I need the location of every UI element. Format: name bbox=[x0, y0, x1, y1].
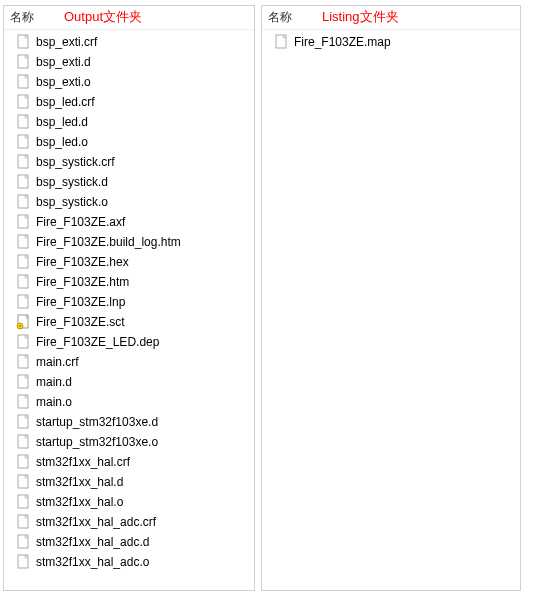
file-item[interactable]: startup_stm32f103xe.o bbox=[4, 432, 254, 452]
listing-file-list[interactable]: Fire_F103ZE.map bbox=[262, 30, 520, 590]
output-panel: 名称 Output文件夹 bsp_exti.crfbsp_exti.dbsp_e… bbox=[3, 5, 255, 591]
file-item[interactable]: bsp_exti.o bbox=[4, 72, 254, 92]
output-folder-title: Output文件夹 bbox=[64, 8, 142, 26]
file-name: bsp_exti.d bbox=[36, 55, 91, 69]
file-name: bsp_systick.o bbox=[36, 195, 108, 209]
file-item[interactable]: bsp_led.d bbox=[4, 112, 254, 132]
file-icon bbox=[16, 194, 30, 210]
file-icon bbox=[16, 134, 30, 150]
file-name: bsp_led.crf bbox=[36, 95, 95, 109]
file-name: stm32f1xx_hal.o bbox=[36, 495, 123, 509]
file-item[interactable]: Fire_F103ZE.sct bbox=[4, 312, 254, 332]
file-icon bbox=[16, 374, 30, 390]
file-name: stm32f1xx_hal.d bbox=[36, 475, 123, 489]
file-name: Fire_F103ZE_LED.dep bbox=[36, 335, 159, 349]
file-icon bbox=[16, 114, 30, 130]
file-name: startup_stm32f103xe.d bbox=[36, 415, 158, 429]
file-item[interactable]: Fire_F103ZE.lnp bbox=[4, 292, 254, 312]
file-item[interactable]: Fire_F103ZE.htm bbox=[4, 272, 254, 292]
column-header-right[interactable]: 名称 Listing文件夹 bbox=[262, 6, 520, 30]
file-name: main.crf bbox=[36, 355, 79, 369]
file-item[interactable]: Fire_F103ZE.axf bbox=[4, 212, 254, 232]
file-name: main.d bbox=[36, 375, 72, 389]
file-item[interactable]: main.o bbox=[4, 392, 254, 412]
output-file-list[interactable]: bsp_exti.crfbsp_exti.dbsp_exti.obsp_led.… bbox=[4, 30, 254, 590]
file-icon bbox=[16, 74, 30, 90]
file-item[interactable]: main.d bbox=[4, 372, 254, 392]
file-name: startup_stm32f103xe.o bbox=[36, 435, 158, 449]
svg-point-31 bbox=[19, 325, 21, 327]
file-item[interactable]: Fire_F103ZE.build_log.htm bbox=[4, 232, 254, 252]
file-item[interactable]: Fire_F103ZE.hex bbox=[4, 252, 254, 272]
file-item[interactable]: stm32f1xx_hal.crf bbox=[4, 452, 254, 472]
file-icon bbox=[16, 394, 30, 410]
file-icon bbox=[16, 454, 30, 470]
file-item[interactable]: bsp_led.crf bbox=[4, 92, 254, 112]
sct-file-icon bbox=[16, 314, 30, 330]
file-name: stm32f1xx_hal_adc.o bbox=[36, 555, 149, 569]
file-icon bbox=[16, 274, 30, 290]
file-item[interactable]: bsp_exti.d bbox=[4, 52, 254, 72]
file-item[interactable]: stm32f1xx_hal_adc.o bbox=[4, 552, 254, 572]
file-icon bbox=[16, 54, 30, 70]
file-icon bbox=[16, 234, 30, 250]
file-item[interactable]: Fire_F103ZE.map bbox=[262, 32, 520, 52]
file-item[interactable]: stm32f1xx_hal.d bbox=[4, 472, 254, 492]
file-item[interactable]: bsp_exti.crf bbox=[4, 32, 254, 52]
column-header-label: 名称 bbox=[10, 9, 34, 26]
file-icon bbox=[16, 334, 30, 350]
file-name: Fire_F103ZE.map bbox=[294, 35, 391, 49]
file-icon bbox=[16, 414, 30, 430]
file-icon bbox=[16, 34, 30, 50]
file-icon bbox=[16, 494, 30, 510]
file-name: bsp_systick.d bbox=[36, 175, 108, 189]
file-icon bbox=[16, 174, 30, 190]
file-icon bbox=[16, 294, 30, 310]
file-icon bbox=[16, 554, 30, 570]
file-item[interactable]: main.crf bbox=[4, 352, 254, 372]
file-item[interactable]: bsp_systick.o bbox=[4, 192, 254, 212]
file-icon bbox=[16, 514, 30, 530]
file-name: Fire_F103ZE.htm bbox=[36, 275, 129, 289]
column-header-label: 名称 bbox=[268, 9, 292, 26]
listing-panel: 名称 Listing文件夹 Fire_F103ZE.map bbox=[261, 5, 521, 591]
file-item[interactable]: stm32f1xx_hal_adc.crf bbox=[4, 512, 254, 532]
file-name: bsp_led.o bbox=[36, 135, 88, 149]
file-name: Fire_F103ZE.build_log.htm bbox=[36, 235, 181, 249]
file-icon bbox=[274, 34, 288, 50]
file-name: bsp_systick.crf bbox=[36, 155, 115, 169]
file-name: bsp_exti.crf bbox=[36, 35, 97, 49]
file-item[interactable]: bsp_systick.crf bbox=[4, 152, 254, 172]
file-icon bbox=[16, 534, 30, 550]
file-icon bbox=[16, 354, 30, 370]
file-name: Fire_F103ZE.axf bbox=[36, 215, 125, 229]
listing-folder-title: Listing文件夹 bbox=[322, 8, 399, 26]
column-header-left[interactable]: 名称 Output文件夹 bbox=[4, 6, 254, 30]
file-name: Fire_F103ZE.lnp bbox=[36, 295, 125, 309]
file-item[interactable]: bsp_led.o bbox=[4, 132, 254, 152]
file-name: stm32f1xx_hal_adc.crf bbox=[36, 515, 156, 529]
file-icon bbox=[16, 214, 30, 230]
file-item[interactable]: Fire_F103ZE_LED.dep bbox=[4, 332, 254, 352]
file-name: Fire_F103ZE.sct bbox=[36, 315, 125, 329]
file-name: stm32f1xx_hal.crf bbox=[36, 455, 130, 469]
file-icon bbox=[16, 434, 30, 450]
file-icon bbox=[16, 154, 30, 170]
file-icon bbox=[16, 474, 30, 490]
file-name: main.o bbox=[36, 395, 72, 409]
file-icon bbox=[16, 254, 30, 270]
file-item[interactable]: startup_stm32f103xe.d bbox=[4, 412, 254, 432]
file-name: bsp_exti.o bbox=[36, 75, 91, 89]
file-item[interactable]: stm32f1xx_hal_adc.d bbox=[4, 532, 254, 552]
file-name: stm32f1xx_hal_adc.d bbox=[36, 535, 149, 549]
file-item[interactable]: bsp_systick.d bbox=[4, 172, 254, 192]
file-icon bbox=[16, 94, 30, 110]
file-item[interactable]: stm32f1xx_hal.o bbox=[4, 492, 254, 512]
file-name: bsp_led.d bbox=[36, 115, 88, 129]
file-name: Fire_F103ZE.hex bbox=[36, 255, 129, 269]
